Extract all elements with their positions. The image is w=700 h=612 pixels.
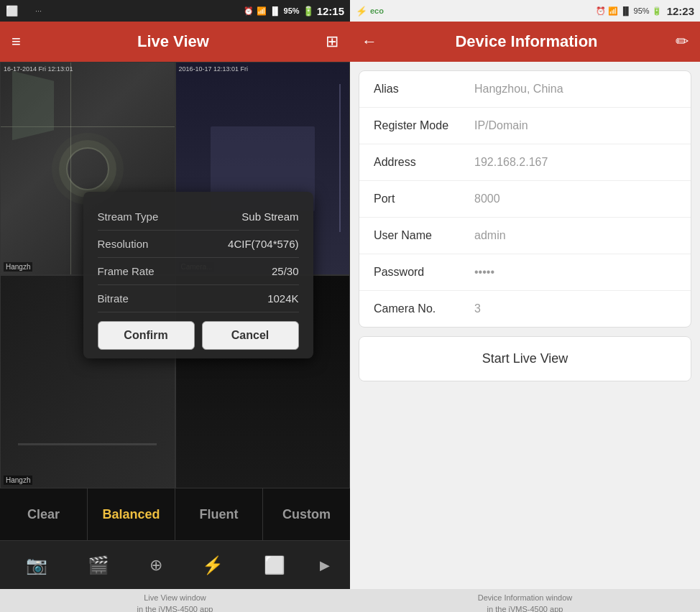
camera-grid: 16-17-2014 Fri 12:13:01 Hangzh 2016-10-1… [0,62,350,488]
stream-custom-option[interactable]: Custom [263,488,350,540]
battery-percent-left: 95% [284,6,300,15]
cam-line-v [70,62,71,274]
password-row: Password ••••• [359,254,691,291]
dialog-buttons: Confirm Cancel [98,321,299,350]
username-row: User Name admin [359,218,691,254]
port-row: Port 8000 [359,181,691,218]
stream-fluent-option[interactable]: Fluent [175,488,263,540]
port-value: 8000 [474,193,500,205]
cam-floor [18,443,157,445]
username-value: admin [474,229,506,242]
left-screen: ⬜ ··· ⏰ 📶 ▐▌ 95% 🔋 12:15 ≡ Live View ⊞ [0,0,350,589]
wifi-icon: 📶 [257,6,267,16]
grid-view-icon[interactable]: ⊞ [326,32,339,51]
left-caption: Live View window in the iVMS-4500 app [0,589,350,612]
camera-no-row: Camera No. 3 [359,291,691,327]
right-status-left: ⚡ eco [356,6,384,17]
alarm-icon-right: ⏰ [596,6,606,16]
register-mode-value: IP/Domain [474,119,528,132]
edit-button[interactable]: ✏ [676,32,689,51]
stream-quality-bar: Clear Balanced Fluent Custom [0,488,350,540]
dialog-framerate-row: Frame Rate 25/30 [98,258,299,285]
ptz-control-button[interactable]: ⊕ [144,550,168,580]
screenshot-icon: ⬜ [6,5,18,17]
cam-vertical [339,84,341,233]
register-mode-label: Register Mode [374,119,474,132]
cam-timestamp-1: 16-17-2014 Fri 12:13:01 [4,65,73,73]
grid-overlay-button[interactable]: ⚡ [196,550,229,581]
right-status-bar: ⚡ eco ⏰ 📶 ▐▌ 95% 🔋 12:23 [350,0,700,22]
right-caption-line2: in the iVMS-4500 app [350,603,700,612]
camera-no-value: 3 [474,302,481,315]
right-app-header: ← Device Information ✏ [350,22,700,62]
address-row: Address 192.168.2.167 [359,144,691,181]
password-label: Password [374,266,474,279]
right-status-right: ⏰ 📶 ▐▌ 95% 🔋 12:23 [596,5,694,17]
dialog-stream-type-row: Stream Type Sub Stream [98,203,299,231]
cam-timestamp-2: 2016-10-17 12:13:01 Fri [179,65,249,73]
back-button[interactable]: ← [361,32,377,51]
camera-no-label: Camera No. [374,302,474,315]
hamburger-menu-icon[interactable]: ≡ [11,32,21,51]
video-record-button[interactable]: 🎬 [82,550,115,581]
dialog-bitrate-value: 1024K [267,292,298,305]
dialog-bitrate-label: Bitrate [98,292,129,305]
battery-percent-right: 95% [634,6,650,15]
alias-label: Alias [374,83,474,96]
device-info-title: Device Information [455,32,597,51]
dialog-framerate-label: Frame Rate [98,265,155,277]
dialog-resolution-value: 4CIF(704*576) [228,238,298,250]
register-mode-row: Register Mode IP/Domain [359,108,691,144]
dialog-framerate-value: 25/30 [272,265,299,277]
alias-value: Hangzhou, China [474,83,563,96]
address-value: 192.168.2.167 [474,156,548,169]
usb-icon: ⚡ [356,6,367,17]
stream-settings-dialog: Stream Type Sub Stream Resolution 4CIF(7… [83,192,313,358]
captions-bar: Live View window in the iVMS-4500 app De… [0,589,700,612]
password-value: ••••• [474,266,494,279]
address-label: Address [374,156,474,169]
start-live-view-card: Start Live View [359,336,691,381]
alias-row: Alias Hangzhou, China [359,71,691,108]
left-bottom-toolbar: 📷 🎬 ⊕ ⚡ ⬜ ▶ [0,540,350,589]
cancel-button[interactable]: Cancel [202,321,299,350]
dialog-resolution-label: Resolution [98,238,149,250]
remote-config-button[interactable]: ⬜ [258,550,291,581]
left-status-right: ⏰ 📶 ▐▌ 95% 🔋 12:15 [244,5,344,17]
left-status-bar: ⬜ ··· ⏰ 📶 ▐▌ 95% 🔋 12:15 [0,0,350,22]
time-right: 12:23 [667,5,694,17]
more-options-button[interactable]: ▶ [320,557,330,573]
right-caption: Device Information window in the iVMS-45… [350,589,700,612]
dialog-bitrate-row: Bitrate 1024K [98,285,299,312]
dialog-stream-type-value: Sub Stream [241,210,298,223]
eco-label: eco [370,6,384,15]
time-left: 12:15 [317,5,344,17]
signal-icon-right: ▐▌ [620,6,632,15]
notification-area: ··· [35,6,42,15]
battery-icon-right: 🔋 [652,6,662,16]
stream-clear-option[interactable]: Clear [0,488,88,540]
cam-label-1: Hangzh [4,262,32,272]
live-view-title: Live View [137,32,209,51]
alarm-icon: ⏰ [244,6,254,16]
username-label: User Name [374,229,474,242]
camera-visual-circle [66,147,109,190]
stream-balanced-option[interactable]: Balanced [88,488,175,540]
left-caption-line1: Live View window [0,592,350,603]
dialog-stream-type-label: Stream Type [98,210,159,223]
battery-icon-left: 🔋 [303,6,314,17]
device-info-card: Alias Hangzhou, China Register Mode IP/D… [359,70,691,328]
dialog-resolution-row: Resolution 4CIF(704*576) [98,231,299,258]
right-screen: ⚡ eco ⏰ 📶 ▐▌ 95% 🔋 12:23 ← Device Inform… [350,0,700,589]
signal-icon: ▐▌ [270,6,281,15]
cam-label-3: Hangzh [4,476,32,485]
start-live-view-button[interactable]: Start Live View [359,337,691,381]
port-label: Port [374,193,474,205]
left-caption-line2: in the iVMS-4500 app [0,603,350,612]
wifi-icon-right: 📶 [608,6,618,16]
snapshot-button[interactable]: 📷 [20,550,53,581]
confirm-button[interactable]: Confirm [98,321,195,350]
right-caption-line1: Device Information window [350,592,700,603]
left-status-icons: ⬜ ··· [6,5,42,17]
cam-line-h [1,126,175,127]
